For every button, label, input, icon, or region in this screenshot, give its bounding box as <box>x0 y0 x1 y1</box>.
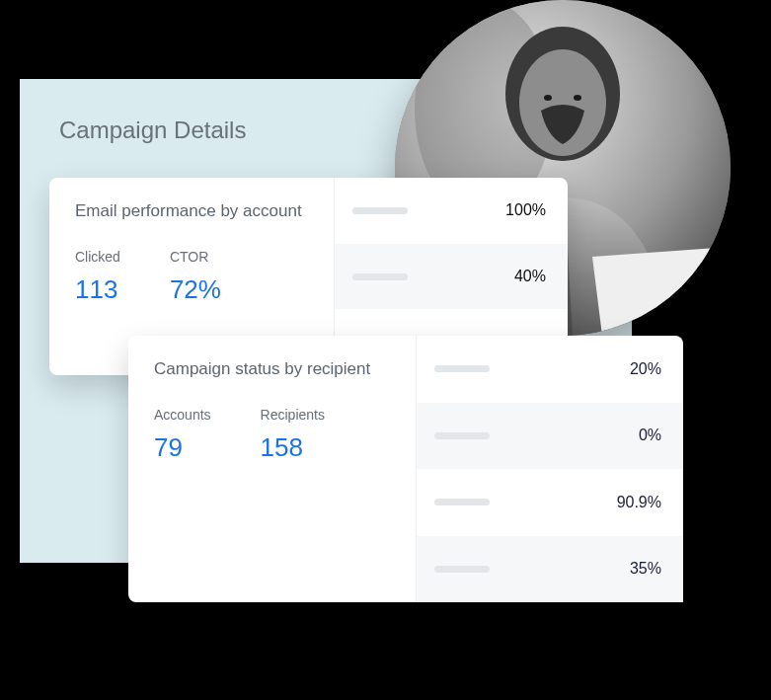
bar-placeholder-icon <box>434 566 490 573</box>
bar-placeholder-icon <box>352 207 408 214</box>
stat-label: Clicked <box>75 249 120 265</box>
table-row: 100% <box>335 178 568 244</box>
stat-value: 72% <box>170 274 221 305</box>
stats-row: Accounts 79 Recipients 158 <box>154 407 390 463</box>
row-percentage: 100% <box>505 201 546 219</box>
bar-placeholder-icon <box>434 499 490 506</box>
bar-placeholder-icon <box>434 432 490 439</box>
campaign-status-rows: 20% 0% 90.9% 35% <box>417 336 683 602</box>
table-row: 20% <box>417 336 683 403</box>
stat-value: 79 <box>154 432 211 463</box>
stat-accounts: Accounts 79 <box>154 407 211 463</box>
table-row: 0% <box>417 403 683 470</box>
stat-label: Accounts <box>154 407 211 423</box>
stat-value: 158 <box>261 432 325 463</box>
campaign-status-card: Campaign status by recipient Accounts 79… <box>128 336 683 602</box>
table-row: 35% <box>417 536 683 603</box>
card-title: Email performance by account <box>75 201 308 221</box>
bar-placeholder-icon <box>352 273 408 280</box>
svg-point-4 <box>544 95 552 101</box>
stats-row: Clicked 113 CTOR 72% <box>75 249 308 305</box>
row-percentage: 20% <box>630 360 661 378</box>
row-percentage: 35% <box>630 560 661 578</box>
card-title: Campaign status by recipient <box>154 359 390 379</box>
stat-value: 113 <box>75 274 120 305</box>
row-percentage: 40% <box>514 268 546 285</box>
bar-placeholder-icon <box>434 365 490 372</box>
stat-clicked: Clicked 113 <box>75 249 120 305</box>
stat-label: CTOR <box>170 249 221 265</box>
stat-recipients: Recipients 158 <box>261 407 325 463</box>
campaign-status-summary: Campaign status by recipient Accounts 79… <box>128 336 417 602</box>
stat-ctor: CTOR 72% <box>170 249 221 305</box>
stat-label: Recipients <box>261 407 325 423</box>
svg-point-5 <box>574 95 581 101</box>
table-row: 40% <box>335 244 568 310</box>
page-title: Campaign Details <box>59 117 246 144</box>
table-row: 90.9% <box>417 469 683 536</box>
row-percentage: 0% <box>639 427 661 444</box>
row-percentage: 90.9% <box>617 494 661 511</box>
